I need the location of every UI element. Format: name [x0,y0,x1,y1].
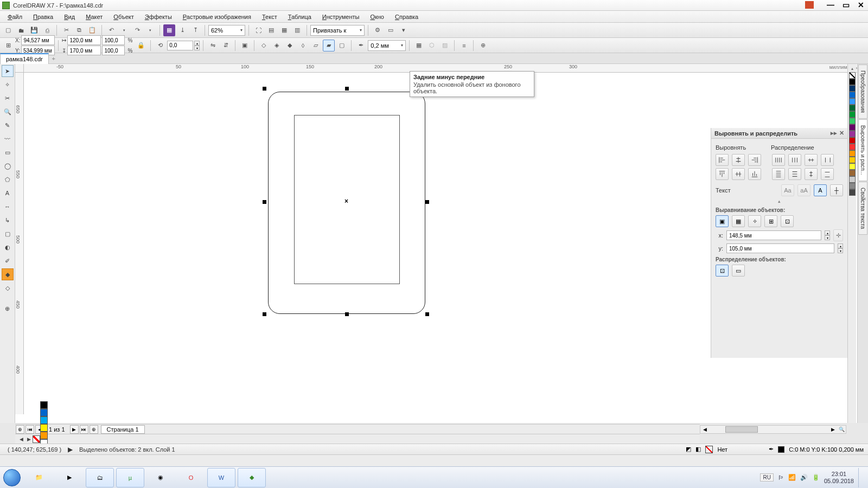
zoom-fit-button[interactable]: 🔍 [837,427,846,432]
align-to-grid-button[interactable]: ⊞ [764,215,777,227]
trim-button[interactable]: ◈ [271,40,283,52]
taskbar-app-opera[interactable]: O [177,468,205,487]
snap-combo[interactable]: Привязать к▾ [310,25,365,36]
freehand-tool[interactable]: ✎ [2,119,14,131]
undo-dropdown[interactable]: ▾ [118,24,130,36]
transparency-tool[interactable]: ◐ [2,241,14,253]
add-page-button[interactable]: ⊕ [16,425,24,434]
rulers-button[interactable]: ▤ [265,24,277,36]
taskbar-app-utorrent[interactable]: µ [116,468,144,487]
taskbar-clock[interactable]: 23:01 05.09.2018 [824,471,854,484]
grid-button[interactable]: ▦ [278,24,290,36]
tray-flag-icon[interactable]: 🏳 [778,474,784,481]
selection-handle[interactable] [263,312,266,316]
text-baseline-last-button[interactable]: aA [797,184,810,196]
crop-tool[interactable]: ✂ [2,92,14,104]
drop-shadow-tool[interactable]: ▢ [2,228,14,240]
add-page-after-button[interactable]: ⊕ [90,425,98,434]
palette-swatch[interactable] [40,401,48,409]
menu-tools[interactable]: Инструменты [318,12,364,21]
docker-close-button[interactable]: ✕ [839,130,844,137]
vertical-ruler[interactable]: 650 550 500 450 400 [15,73,24,414]
tray-volume-icon[interactable]: 🔊 [800,474,808,481]
tray-battery-icon[interactable]: 🔋 [812,474,820,481]
color-swatch[interactable] [849,176,856,183]
dist-center-h-button[interactable] [788,154,801,166]
ellipse-tool[interactable]: ◯ [2,160,14,172]
text-bounding-button[interactable]: A [814,184,827,196]
dist-left-button[interactable] [772,154,785,166]
selection-handle[interactable] [345,312,349,316]
pick-tool[interactable]: ➤ [2,65,14,77]
align-x-spinner[interactable]: ▴▾ [825,230,830,240]
docker-tab-text-props[interactable]: Свойства текста [858,182,867,235]
menu-edit[interactable]: Правка [29,12,58,21]
width-input[interactable]: 120,0 мм [67,35,101,45]
shape-tool[interactable]: ✧ [2,79,14,91]
color-swatch[interactable] [849,79,856,85]
options-button[interactable]: ⚙ [372,24,384,36]
palette-menu-button[interactable]: ▶ [25,436,33,442]
align-quick-button[interactable]: ≡ [458,40,470,52]
eyedropper-tool[interactable]: ✐ [2,255,14,267]
dist-bottom-button[interactable] [821,168,834,180]
horizontal-scrollbar[interactable]: ◀ ▶ 🔍 [700,425,846,434]
align-y-spinner[interactable]: ▴▾ [838,243,843,253]
quick-customize-button[interactable]: ⊕ [477,40,489,52]
to-front-button[interactable]: ▣ [239,40,251,52]
next-page-button[interactable]: ▶ [70,425,79,434]
paste-button[interactable]: 📋 [86,24,98,36]
object-info-icon[interactable]: ◧ [695,446,701,453]
guides-button[interactable]: ▥ [291,24,303,36]
wrap-text-button[interactable]: ▦ [413,40,425,52]
language-indicator[interactable]: RU [760,473,773,481]
color-swatch[interactable] [849,85,856,92]
app-launcher-button[interactable]: ▾ [398,24,410,36]
no-fill-swatch[interactable] [33,435,40,443]
artistic-media-tool[interactable]: 〰 [2,133,14,145]
menu-file[interactable]: Файл [3,12,27,21]
color-swatch[interactable] [849,131,856,137]
dist-right-button[interactable] [821,154,834,166]
open-button[interactable]: 🖿 [15,24,27,36]
color-swatch[interactable] [849,170,856,176]
export-button[interactable]: ⤒ [189,24,201,36]
menu-text[interactable]: Текст [258,12,282,21]
align-top-button[interactable] [716,168,729,180]
launch-button[interactable]: ▭ [385,24,397,36]
menu-effects[interactable]: Эффекты [141,12,176,21]
interactive-fill-tool[interactable]: ◆ [2,268,14,280]
search-content-button[interactable]: ▦ [163,24,175,36]
color-swatch[interactable] [849,150,856,157]
redo-dropdown[interactable]: ▾ [144,24,156,36]
menu-bitmaps[interactable]: Растровые изображения [178,12,256,21]
menu-table[interactable]: Таблица [284,12,316,21]
align-to-page-center-button[interactable]: ✧ [748,215,761,227]
color-swatch[interactable] [849,92,856,98]
weld-button[interactable]: ◇ [258,40,270,52]
redo-button[interactable]: ↷ [131,24,143,36]
import-button[interactable]: ⤓ [176,24,188,36]
color-swatch[interactable] [849,98,856,105]
align-bottom-button[interactable] [748,168,761,180]
user-account-icon[interactable] [805,1,814,9]
outline-pen-status-icon[interactable]: ✒ [769,446,774,453]
taskbar-app-wmp[interactable]: ▶ [55,468,84,487]
dist-spacing-v-button[interactable] [805,168,818,180]
zoom-tool[interactable]: 🔍 [2,106,14,118]
text-tool[interactable]: A [2,187,14,199]
ruler-origin[interactable] [15,64,24,73]
align-center-v-button[interactable] [732,168,745,180]
color-swatch[interactable] [849,118,856,124]
taskbar-app-chrome[interactable]: ◉ [146,468,175,487]
print-button[interactable]: ⎙ [41,24,53,36]
align-x-input[interactable]: 148,5 мм [726,230,821,240]
last-page-button[interactable]: ⏭ [80,425,88,434]
height-input[interactable]: 170,0 мм [67,46,101,55]
intersect-button[interactable]: ◆ [284,40,296,52]
show-desktop-button[interactable] [858,468,863,487]
selection-handle[interactable] [263,87,266,91]
scale-x-input[interactable]: 100,0 [102,35,125,45]
taskbar-app-explorer[interactable]: 🗂 [86,468,114,487]
zoom-combo[interactable]: 62%▾ [208,25,245,36]
